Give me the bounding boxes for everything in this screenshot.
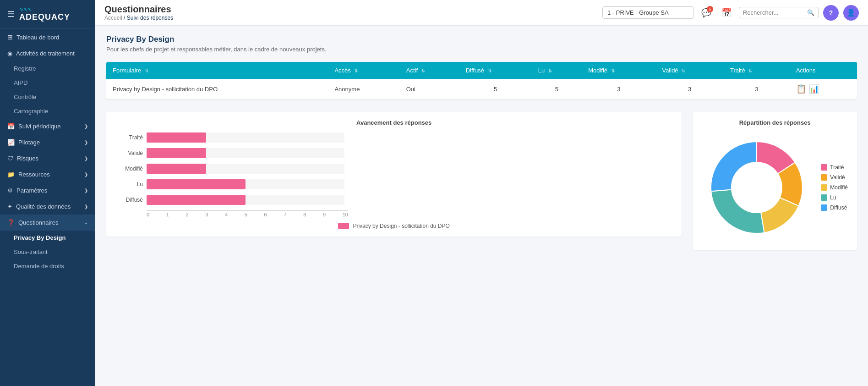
charts-row: Avancement des réponses Traité Validé Mo… (106, 112, 857, 250)
topbar-left: Questionnaires Accueil / Suivi des répon… (104, 4, 173, 21)
donut-legend-label: Lu (830, 194, 836, 201)
chevron-icon: ❯ (84, 172, 88, 177)
sidebar-item-tableau-de-bord[interactable]: ⊞ Tableau de bord (0, 29, 95, 45)
sidebar-item-risques[interactable]: 🛡 Risques ❯ (0, 150, 95, 166)
sort-icon[interactable]: ⇅ (548, 68, 552, 73)
topbar-right: 💬 5 📅 🔍 ? 👤 (602, 5, 859, 21)
sidebar-item-label: Qualité des données (16, 203, 71, 210)
donut-legend-label: Traité (830, 164, 844, 171)
donut-chart-container: Répartition des réponses Traité Validé M… (693, 112, 857, 250)
page-title: Questionnaires (104, 4, 173, 15)
sort-icon[interactable]: ⇅ (748, 68, 752, 73)
sidebar-item-qualite[interactable]: ✦ Qualité des données ❯ (0, 199, 95, 215)
chevron-icon: ❯ (84, 204, 88, 209)
donut-legend-item: Traité (821, 164, 848, 171)
breadcrumb-home[interactable]: Accueil (104, 15, 122, 21)
col-acces: Accès ⇅ (328, 62, 399, 79)
chevron-icon: ❯ (84, 124, 88, 129)
sort-icon[interactable]: ⇅ (611, 68, 615, 73)
sidebar-item-parametres[interactable]: ⚙ Paramètres ❯ (0, 182, 95, 199)
suivi-icon: 📅 (7, 123, 15, 130)
avatar-button[interactable]: 👤 (843, 5, 859, 21)
col-traite: Traité ⇅ (724, 62, 790, 79)
col-actif: Actif ⇅ (400, 62, 459, 79)
col-formulaire: Formulaire ⇅ (106, 62, 328, 79)
responses-table: Formulaire ⇅ Accès ⇅ Actif ⇅ Diffusé ⇅ (106, 62, 857, 99)
pilotage-icon: 📈 (7, 139, 15, 146)
org-selector[interactable] (602, 6, 694, 19)
cell-actions: 📋 📊 (790, 79, 857, 99)
search-icon: 🔍 (807, 9, 814, 16)
donut-legend-label: Modifié (830, 184, 848, 191)
cell-lu: 5 (532, 79, 582, 99)
logo-text: ADEQUACY (19, 12, 70, 22)
chevron-down-icon: ⌄ (84, 220, 88, 225)
sidebar-item-label: Pilotage (18, 139, 40, 146)
parametres-icon: ⚙ (7, 187, 13, 194)
sort-icon[interactable]: ⇅ (421, 68, 425, 73)
sort-icon[interactable]: ⇅ (488, 68, 491, 73)
legend-swatch (338, 223, 349, 229)
table-row: Privacy by Design - sollicitation du DPO… (106, 79, 857, 99)
search-bar: 🔍 (739, 7, 819, 18)
bar-chart-legend: Privacy by Design - sollicitation du DPO (115, 223, 672, 229)
sidebar-sub-sous-traitant[interactable]: Sous-traitant (0, 245, 95, 259)
sidebar-sub-registre[interactable]: Registre (0, 61, 95, 76)
content-area: Privacy By Design Pour les chefs de proj… (95, 26, 868, 386)
messages-button[interactable]: 💬 5 (699, 5, 714, 21)
sidebar-sub-controle[interactable]: Contrôle (0, 90, 95, 104)
chevron-icon: ❯ (84, 156, 88, 161)
sidebar-header: ☰ ∿∿∿ ADEQUACY (0, 0, 95, 29)
export-action-icon[interactable]: 📊 (809, 84, 819, 94)
donut-legend-label: Validé (830, 174, 845, 181)
sidebar-sub-demande-de-droits[interactable]: Demande de droits (0, 259, 95, 273)
breadcrumb-current: Suivi des réponses (127, 15, 173, 21)
ressources-icon: 📁 (7, 171, 15, 178)
bar-chart-title: Avancement des réponses (115, 119, 672, 126)
donut-legend-swatch (821, 174, 827, 181)
hamburger-icon[interactable]: ☰ (7, 9, 15, 19)
donut-legend: Traité Validé Modifié Lu Diffusé (821, 164, 848, 211)
sidebar-item-activites[interactable]: ◉ Activités de traitement (0, 45, 95, 61)
donut-legend-item: Lu (821, 194, 848, 201)
sidebar-item-suivi-periodique[interactable]: 📅 Suivi périodique ❯ (0, 118, 95, 134)
sidebar-item-pilotage[interactable]: 📈 Pilotage ❯ (0, 134, 95, 150)
sidebar-item-label: Tableau de bord (16, 34, 59, 41)
dashboard-icon: ⊞ (7, 33, 13, 41)
search-input[interactable] (743, 9, 807, 16)
sidebar-sub-privacy-by-design[interactable]: Privacy By Design (0, 231, 95, 245)
sidebar-item-label: Ressources (18, 171, 50, 178)
col-actions: Actions (790, 62, 857, 79)
sidebar: ☰ ∿∿∿ ADEQUACY ⊞ Tableau de bord ◉ Activ… (0, 0, 95, 386)
donut-legend-item: Validé (821, 174, 848, 181)
logo-wave: ∿∿∿ (19, 6, 70, 12)
questionnaires-icon: ❓ (7, 219, 15, 226)
cell-modifie: 3 (582, 79, 655, 99)
sidebar-sub-aipd[interactable]: AIPD (0, 76, 95, 90)
donut-legend-label: Diffusé (830, 204, 847, 211)
sidebar-sub-cartographie[interactable]: Cartographie (0, 104, 95, 118)
sidebar-item-label: Paramètres (16, 187, 47, 194)
view-action-icon[interactable]: 📋 (796, 84, 806, 94)
qualite-icon: ✦ (7, 203, 12, 210)
sidebar-item-ressources[interactable]: 📁 Ressources ❯ (0, 166, 95, 182)
sidebar-item-label: Activités de traitement (16, 50, 75, 57)
notification-badge: 5 (707, 6, 713, 12)
sidebar-item-questionnaires[interactable]: ❓ Questionnaires ⌄ (0, 215, 95, 231)
breadcrumb: Accueil / Suivi des réponses (104, 15, 173, 21)
sort-icon[interactable]: ⇅ (354, 68, 358, 73)
sidebar-item-label: Suivi périodique (18, 123, 61, 130)
cell-acces: Anonyme (328, 79, 399, 99)
col-valide: Validé ⇅ (655, 62, 724, 79)
sort-icon[interactable]: ⇅ (682, 68, 685, 73)
main-panel: Questionnaires Accueil / Suivi des répon… (95, 0, 868, 386)
cell-formulaire: Privacy by Design - sollicitation du DPO (106, 79, 328, 99)
sort-icon[interactable]: ⇅ (145, 68, 148, 73)
col-modifie: Modifié ⇅ (582, 62, 655, 79)
risques-icon: 🛡 (7, 155, 13, 162)
help-button[interactable]: ? (823, 5, 839, 21)
donut-legend-swatch (821, 194, 827, 201)
calendar-button[interactable]: 📅 (719, 5, 734, 21)
cell-actif: Oui (400, 79, 459, 99)
cell-valide: 3 (655, 79, 724, 99)
